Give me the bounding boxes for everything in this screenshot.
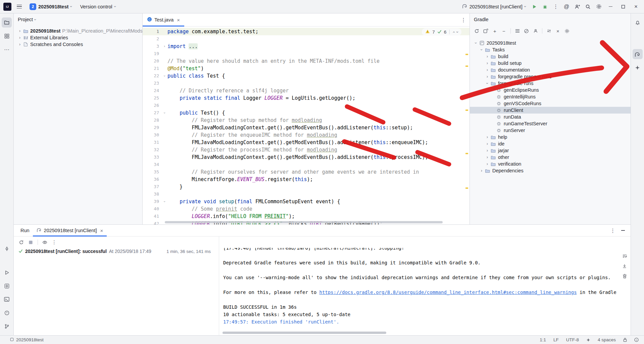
- code-line-35[interactable]: 35 // Register ourselves for server and …: [143, 168, 469, 176]
- run-status-row[interactable]: 20250918test [runClient]: successful At …: [14, 248, 219, 255]
- code-line-31[interactable]: 31 FMLJavaModLoadingContext.get().getMod…: [143, 139, 469, 146]
- gradle-node-rundata[interactable]: runData: [470, 114, 631, 120]
- code-line-38[interactable]: 38: [143, 190, 469, 198]
- chevron-icon[interactable]: ›: [474, 40, 478, 46]
- chevron-right-icon[interactable]: ›: [17, 42, 22, 47]
- run-button[interactable]: [529, 2, 539, 12]
- line-number[interactable]: 28: [143, 117, 161, 124]
- line-number[interactable]: 34: [143, 161, 161, 168]
- code-line-37[interactable]: 37 }: [143, 183, 469, 190]
- line-number[interactable]: 35: [143, 168, 161, 176]
- console-link[interactable]: https://docs.gradle.org/8.8/userguide/co…: [319, 290, 577, 295]
- attach-project-icon[interactable]: [482, 27, 490, 35]
- run-tab-runclient[interactable]: 20250918test [runClient] ×: [33, 225, 107, 236]
- status-project-name[interactable]: 20250918test: [16, 337, 44, 342]
- maximize-button[interactable]: [617, 2, 629, 12]
- stop-icon[interactable]: [27, 238, 35, 247]
- line-number[interactable]: 36: [143, 176, 161, 183]
- info-icon[interactable]: [634, 338, 639, 342]
- main-menu-icon[interactable]: [14, 2, 24, 12]
- code-area[interactable]: 1package com.example.test.test;23›import…: [143, 27, 469, 224]
- editor-tab-options-icon[interactable]: ⋮: [461, 17, 466, 23]
- code-line-3[interactable]: 3›import ...: [143, 43, 469, 50]
- code-line-24[interactable]: 24 // Directly reference a slf4j logger: [143, 87, 469, 94]
- line-number[interactable]: 24: [143, 87, 161, 94]
- code-line-20[interactable]: 20// The value here should match an entr…: [143, 57, 469, 65]
- user-icon[interactable]: [531, 27, 540, 35]
- code-line-22[interactable]: 22›public class Test {: [143, 72, 469, 80]
- code-line-36[interactable]: 36 MinecraftForge.EVENT_BUS.register(thi…: [143, 176, 469, 183]
- show-passed-icon[interactable]: [41, 238, 49, 247]
- chevron-right-icon[interactable]: ›: [17, 29, 22, 33]
- services-tool-icon[interactable]: [2, 281, 12, 291]
- lock-icon[interactable]: [623, 338, 627, 342]
- problems-tool-icon[interactable]: [2, 308, 12, 318]
- version-control-tool-icon[interactable]: [2, 321, 12, 331]
- next-issue-icon[interactable]: ›: [455, 31, 459, 33]
- code-line-39[interactable]: 39› private void setup(final FMLCommonSe…: [143, 198, 469, 205]
- line-number[interactable]: 3: [143, 43, 161, 50]
- close-tab-icon[interactable]: ×: [100, 228, 103, 233]
- structure-tool-icon[interactable]: [2, 31, 12, 41]
- error-stripe[interactable]: [465, 28, 469, 219]
- console[interactable]: [17:49:46] [Render thread/INFO] [minecra…: [219, 236, 618, 335]
- gradle-node-build[interactable]: ›build: [470, 53, 631, 60]
- gradle-node-build-setup[interactable]: ›build setup: [470, 60, 631, 67]
- line-number[interactable]: 1: [143, 28, 161, 35]
- project-tool-icon[interactable]: [2, 17, 12, 28]
- add-icon[interactable]: +: [491, 27, 499, 35]
- line-number[interactable]: 30: [143, 131, 161, 139]
- code-with-me-icon[interactable]: [572, 2, 582, 12]
- fold-marker[interactable]: ›: [161, 109, 167, 117]
- run-config-widget[interactable]: 20250918test [runClient] ›: [459, 2, 529, 11]
- gradle-node-genintellijruns[interactable]: genIntellijRuns: [470, 93, 631, 100]
- code-line-23[interactable]: 23: [143, 80, 469, 87]
- chevron-right-icon[interactable]: ›: [17, 35, 22, 40]
- gradle-node-other[interactable]: ›other: [470, 154, 631, 161]
- chevron-icon[interactable]: ›: [479, 168, 484, 173]
- code-line-28[interactable]: 28 // Register the setup method for modl…: [143, 117, 469, 124]
- gradle-node-ide[interactable]: ›ide: [470, 140, 631, 147]
- code-line-34[interactable]: 34: [143, 161, 469, 168]
- file-encoding[interactable]: UTF-8: [566, 337, 579, 342]
- gradle-tool-icon[interactable]: [633, 49, 643, 59]
- code-line-32[interactable]: 32 // Register the processIMC method for…: [143, 146, 469, 154]
- line-number[interactable]: 37: [143, 183, 161, 190]
- project-tree-item-scratches-and-consoles[interactable]: ›Scratches and Consoles: [14, 41, 142, 48]
- task-list-icon[interactable]: [513, 27, 522, 35]
- run-more-options-icon[interactable]: ⋮: [50, 238, 58, 247]
- gradle-node-forgegradle-prepare-runs[interactable]: ›forgegradle prepare runs: [470, 73, 631, 80]
- offline-mode-icon[interactable]: [522, 27, 531, 35]
- gradle-node-forgegradle-runs[interactable]: ›forgegradle runs: [470, 80, 631, 87]
- code-line-26[interactable]: 26: [143, 102, 469, 109]
- line-number[interactable]: 27: [143, 109, 161, 117]
- code-line-41[interactable]: 41 LOGGER.info("HELLO FROM PREINIT");: [143, 213, 469, 220]
- chevron-icon[interactable]: ›: [485, 54, 490, 59]
- minimize-button[interactable]: [604, 2, 616, 12]
- line-number[interactable]: 33: [143, 154, 161, 161]
- rerun-icon[interactable]: [17, 238, 26, 247]
- gradle-node-help[interactable]: ›help: [470, 134, 631, 140]
- commit-tool-icon[interactable]: [2, 244, 12, 254]
- sync-gradle-icon[interactable]: [473, 27, 481, 35]
- chevron-icon[interactable]: ›: [485, 135, 490, 139]
- gradle-node-runclient[interactable]: runClient: [470, 107, 631, 114]
- code-line-40[interactable]: 40 // Some preinit code: [143, 205, 469, 213]
- fold-marker[interactable]: ›: [161, 198, 167, 205]
- code-line-30[interactable]: 30 // Register the enqueueIMC method for…: [143, 131, 469, 139]
- caret-position[interactable]: 1:1: [540, 337, 546, 342]
- line-number[interactable]: 23: [143, 80, 161, 87]
- gradle-node-runserver[interactable]: runServer: [470, 127, 631, 134]
- line-number[interactable]: 26: [143, 102, 161, 109]
- code-line-29[interactable]: 29 FMLJavaModLoadingContext.get().getMod…: [143, 124, 469, 131]
- line-number[interactable]: 40: [143, 205, 161, 213]
- chevron-icon[interactable]: ›: [485, 155, 490, 160]
- line-number[interactable]: 21: [143, 65, 161, 72]
- code-line-19[interactable]: 19: [143, 50, 469, 57]
- scroll-to-end-icon[interactable]: [621, 262, 629, 270]
- at-icon[interactable]: @: [561, 2, 572, 12]
- inspections-widget[interactable]: 7 6 › ›: [422, 28, 461, 36]
- ai-status-icon[interactable]: [586, 338, 590, 342]
- code-line-25[interactable]: 25 private static final Logger LOGGER = …: [143, 94, 469, 102]
- gradle-node-dependencies[interactable]: ›Dependencies: [470, 167, 631, 174]
